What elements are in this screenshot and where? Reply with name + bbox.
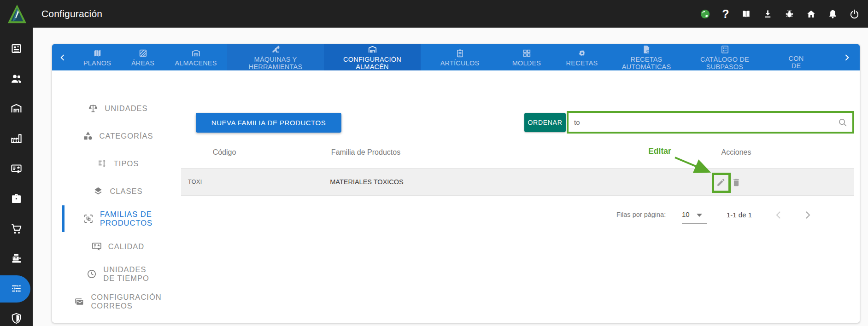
tab-label-2: SUBPASOS (700, 63, 749, 70)
menu-item-unidades[interactable]: UNIDADES (52, 98, 183, 118)
tab-label: ALMACENES (175, 59, 217, 67)
download-icon[interactable] (762, 9, 773, 19)
page-title: Configuración (41, 8, 102, 19)
chevron-left-icon[interactable] (773, 210, 784, 221)
sort-icon (97, 158, 108, 169)
menu-label: CATEGORÍAS (100, 132, 153, 140)
tab-label-2: AUTOMÁTICAS (622, 63, 671, 70)
cart-icon[interactable] (10, 222, 23, 235)
notifications-icon[interactable] (827, 9, 838, 19)
tab-label-2: DE (789, 62, 804, 70)
menu-label-2: CORREOS (91, 302, 161, 310)
side-rail (0, 28, 33, 326)
menu-label: UNIDADES (103, 265, 149, 274)
cell-familia: MATERIALES TOXICOS (182, 169, 551, 195)
tab-label: CON (789, 55, 804, 62)
chevron-right-icon[interactable] (802, 210, 813, 221)
editar-annotation-label: Editar (648, 146, 671, 156)
file-gear-icon (642, 45, 651, 54)
table-row[interactable]: TOXI MATERIALES TOXICOS (181, 168, 854, 196)
tab-recetas[interactable]: RECETAS (554, 44, 610, 70)
tabs-scroll-right-button[interactable] (838, 44, 856, 70)
area-icon (138, 48, 148, 58)
mail-icon (74, 296, 85, 307)
tab-maquinas-y-herramientas[interactable]: MÁQUINAS YHERRAMIENTAS (227, 44, 324, 70)
globe-icon[interactable] (700, 9, 710, 19)
search-input[interactable] (569, 118, 838, 126)
map-icon (93, 48, 102, 58)
warehouse-icon (368, 45, 377, 54)
tab-label: ÁREAS (131, 59, 154, 67)
menu-item-tipos[interactable]: TIPOS (52, 153, 183, 174)
tab-label: MÁQUINAS Y (249, 56, 303, 63)
tab-articulos[interactable]: ARTÍCULOS (421, 44, 499, 70)
cash-register-icon[interactable] (10, 252, 23, 265)
edit-icon[interactable] (716, 177, 726, 187)
settings-menu: UNIDADES CATEGORÍAS TIPOS CLASES FAMILIA… (52, 98, 183, 319)
security-icon[interactable] (10, 312, 23, 325)
module-tab-bar: PLANOS ÁREAS ALMACENES MÁQUINAS YHERRAMI… (52, 44, 860, 70)
rows-per-page-underline (682, 214, 707, 224)
tab-almacenes[interactable]: ALMACENES (164, 44, 227, 70)
menu-label-2: PRODUCTOS (100, 219, 152, 227)
clock-icon (86, 268, 97, 279)
briefcase-icon[interactable] (10, 192, 23, 205)
help-icon[interactable]: ? (721, 9, 730, 19)
tab-configuracion-almacen[interactable]: CONFIGURACIÓNALMACÉN (324, 44, 421, 70)
tab-label-2: HERRAMIENTAS (249, 63, 303, 70)
chevron-left-icon (58, 53, 67, 62)
menu-label: TIPOS (114, 159, 139, 168)
chevron-right-icon (842, 53, 851, 62)
tab-catalogo-de-subpasos[interactable]: CATÁLOGO DESUBPASOS (683, 44, 766, 70)
menu-item-familias-de-productos[interactable]: FAMILIAS DEPRODUCTOS (52, 209, 183, 229)
order-button[interactable]: ORDENAR (524, 113, 566, 132)
menu-label-2: DE TIEMPO (103, 274, 149, 283)
menu-label: CONFIGURACIÓN (91, 293, 161, 302)
delete-icon[interactable] (731, 177, 741, 187)
column-header-acciones: Acciones (721, 148, 751, 157)
catalog-icon (720, 45, 730, 54)
app-window: Configuración ? P (0, 0, 868, 326)
warehouse-icon[interactable] (10, 102, 23, 115)
machines-icon (271, 45, 281, 54)
menu-item-calidad[interactable]: CALIDAD (52, 236, 183, 256)
manual-icon[interactable] (741, 9, 751, 19)
bug-report-icon[interactable] (784, 9, 795, 19)
tab-label-2: ALMACÉN (343, 63, 401, 70)
clipboard-icon (455, 48, 465, 58)
people-icon[interactable] (10, 72, 23, 85)
main-card: PLANOS ÁREAS ALMACENES MÁQUINAS YHERRAMI… (52, 44, 860, 323)
settings-icon[interactable] (10, 282, 23, 295)
menu-label: UNIDADES (105, 104, 147, 113)
quality-icon[interactable] (10, 163, 23, 175)
home-icon[interactable] (806, 9, 816, 19)
menu-item-clases[interactable]: CLASES (52, 181, 183, 201)
category-icon (82, 130, 94, 141)
tab-moldes[interactable]: MOLDES (499, 44, 554, 70)
topbar-actions: ? (700, 0, 860, 28)
products-family-icon (83, 213, 94, 224)
menu-item-unidades-de-tiempo[interactable]: UNIDADESDE TIEMPO (52, 264, 183, 284)
grid-icon (522, 48, 532, 58)
news-icon[interactable] (10, 42, 23, 55)
power-icon[interactable] (849, 9, 860, 19)
tab-recetas-automaticas[interactable]: RECETASAUTOMÁTICAS (610, 44, 683, 70)
quality-icon (91, 241, 102, 252)
menu-item-categorias[interactable]: CATEGORÍAS (52, 126, 183, 146)
column-header-codigo: Código (213, 148, 236, 157)
tab-label: PLANOS (83, 59, 111, 67)
tab-label: RECETAS (622, 56, 671, 63)
tab-label: CONFIGURACIÓN (343, 56, 401, 63)
factory-icon[interactable] (10, 132, 23, 145)
tab-label: CATÁLOGO DE (700, 56, 749, 63)
tab-areas[interactable]: ÁREAS (121, 44, 164, 70)
tab-con-de-truncated[interactable]: CONDE (766, 44, 826, 70)
pagination-range: 1-1 de 1 (727, 211, 752, 219)
warehouse-icon (191, 48, 201, 58)
new-product-family-button[interactable]: NUEVA FAMILIA DE PRODUCTOS (196, 113, 341, 133)
search-icon[interactable] (838, 117, 848, 128)
app-logo-icon (6, 3, 28, 24)
tabs-scroll-left-button[interactable] (52, 44, 73, 70)
tab-planos[interactable]: PLANOS (73, 44, 121, 70)
menu-item-configuracion-correos[interactable]: CONFIGURACIÓNCORREOS (52, 291, 183, 312)
